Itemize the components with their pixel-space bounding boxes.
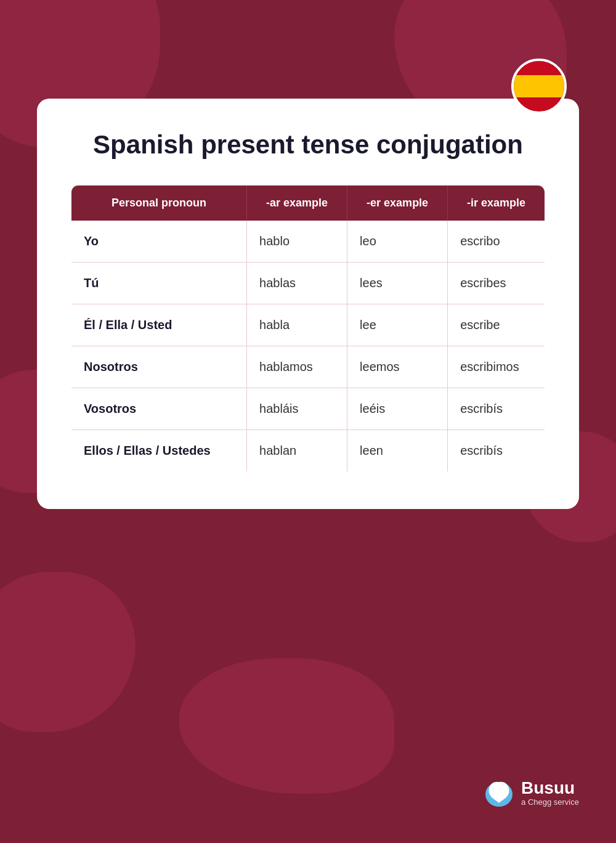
cell-er: leo	[347, 221, 448, 263]
cell-pronoun: Yo	[71, 221, 247, 263]
cell-ar: hablo	[247, 221, 347, 263]
cell-ar: habla	[247, 304, 347, 346]
table-row: Yohabloleoescribo	[71, 221, 545, 263]
cell-pronoun: Nosotros	[71, 346, 247, 388]
busuu-branding: Busuu a Chegg service	[483, 777, 579, 809]
flag-yellow	[514, 75, 564, 97]
busuu-tagline: a Chegg service	[521, 798, 579, 807]
cell-ir: escribimos	[448, 346, 545, 388]
cell-pronoun: Tú	[71, 263, 247, 304]
table-row: Nosotroshablamosleemosescribimos	[71, 346, 545, 388]
cell-ir: escribes	[448, 263, 545, 304]
busuu-name: Busuu	[521, 779, 579, 798]
busuu-text-group: Busuu a Chegg service	[521, 779, 579, 807]
table-row: Vosotroshabláisleéisescribís	[71, 388, 545, 430]
cell-ar: hablas	[247, 263, 347, 304]
cell-pronoun: Ellos / Ellas / Ustedes	[71, 430, 247, 472]
cell-ar: hablan	[247, 430, 347, 472]
main-card: Spanish present tense conjugation Person…	[37, 99, 579, 509]
busuu-logo-icon	[483, 777, 515, 809]
table-row: Túhablasleesescribes	[71, 263, 545, 304]
cell-ir: escribo	[448, 221, 545, 263]
decorative-blob-bottom-left	[0, 572, 136, 732]
cell-pronoun: Él / Ella / Usted	[71, 304, 247, 346]
cell-er: leen	[347, 430, 448, 472]
cell-ir: escribe	[448, 304, 545, 346]
table-row: Él / Ella / Ustedhablaleeescribe	[71, 304, 545, 346]
page-title: Spanish present tense conjugation	[71, 129, 545, 160]
table-header-row: Personal pronoun -ar example -er example…	[71, 185, 545, 221]
header-ir: -ir example	[448, 185, 545, 221]
cell-er: leemos	[347, 346, 448, 388]
decorative-blob-bottom-center	[179, 658, 394, 794]
header-pronoun: Personal pronoun	[71, 185, 247, 221]
header-er: -er example	[347, 185, 448, 221]
table-row: Ellos / Ellas / Ustedeshablanleenescribí…	[71, 430, 545, 472]
header-ar: -ar example	[247, 185, 347, 221]
cell-pronoun: Vosotros	[71, 388, 247, 430]
cell-er: lees	[347, 263, 448, 304]
cell-ir: escribís	[448, 388, 545, 430]
spanish-flag	[511, 59, 567, 114]
cell-ir: escribís	[448, 430, 545, 472]
cell-ar: habláis	[247, 388, 347, 430]
conjugation-table: Personal pronoun -ar example -er example…	[71, 185, 545, 472]
cell-ar: hablamos	[247, 346, 347, 388]
cell-er: lee	[347, 304, 448, 346]
cell-er: leéis	[347, 388, 448, 430]
